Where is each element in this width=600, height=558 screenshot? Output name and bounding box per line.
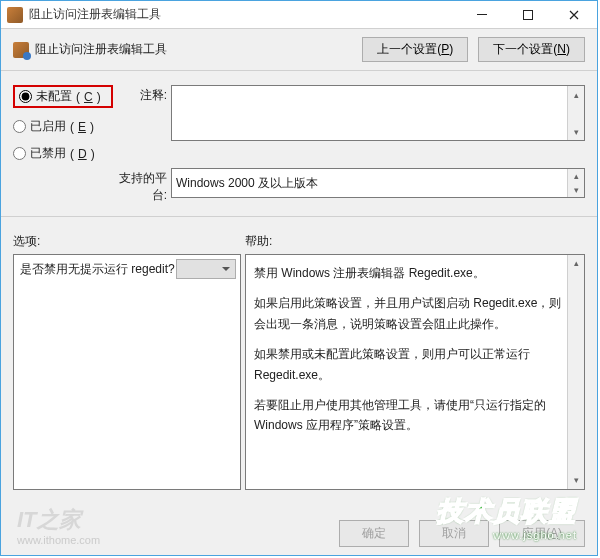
minimize-button[interactable] [459,1,505,28]
scroll-down-icon[interactable]: ▾ [568,183,584,197]
comment-label: 注释: [117,85,167,104]
divider [1,70,597,71]
radio-nc-label: 未配置 [36,88,72,105]
config-grid: 未配置(C) 已启用(E) 已禁用(D) 注释: ▴ ▾ 支持的平台: Wind… [1,79,597,210]
next-key: N [557,42,566,56]
options-pane: 是否禁用无提示运行 regedit? [13,254,241,490]
watermark-right-brand: 技术员联盟 [437,496,577,526]
radio-not-configured[interactable]: 未配置(C) [13,85,113,108]
radio-enabled-input[interactable] [13,120,26,133]
watermark-left-url: www.ithome.com [17,534,100,547]
watermark-right-url: www.jsgho.net [437,529,577,541]
help-label: 帮助: [245,233,272,250]
platform-box: Windows 2000 及以上版本 ▴ ▾ [171,168,585,198]
scroll-up-icon[interactable]: ▴ [568,255,584,272]
header-row: 阻止访问注册表编辑工具 上一个设置(P) 下一个设置(N) [1,29,597,70]
window-title: 阻止访问注册表编辑工具 [29,6,459,23]
radio-enabled[interactable]: 已启用(E) [13,118,113,135]
prev-setting-button[interactable]: 上一个设置(P) [362,37,468,62]
scroll-down-icon[interactable]: ▾ [568,123,584,140]
policy-icon [13,42,29,58]
prev-label: 上一个设置 [377,42,437,56]
policy-editor-window: 阻止访问注册表编辑工具 阻止访问注册表编辑工具 上一个设置(P) 下一个设置(N… [0,0,598,556]
help-text: 若要阻止用户使用其他管理工具，请使用“只运行指定的 Windows 应用程序”策… [254,395,562,436]
nav-buttons: 上一个设置(P) 下一个设置(N) [362,37,585,62]
chevron-down-icon [221,264,231,274]
radio-dis-label: 已禁用 [30,145,66,162]
radio-en-key: E [78,120,86,134]
scroll-up-icon[interactable]: ▴ [568,86,584,103]
watermark-right: 技术员联盟 www.jsgho.net [437,494,577,541]
divider [1,216,597,217]
help-text: 如果启用此策略设置，并且用户试图启动 Regedit.exe，则会出现一条消息，… [254,293,562,334]
panes: 是否禁用无提示运行 regedit? 禁用 Windows 注册表编辑器 Reg… [1,254,597,490]
platform-label: 支持的平台: [117,168,167,204]
comment-scrollbar[interactable]: ▴ ▾ [567,86,584,140]
window-controls [459,1,597,28]
help-text: 禁用 Windows 注册表编辑器 Regedit.exe。 [254,263,562,283]
maximize-button[interactable] [505,1,551,28]
option-dropdown[interactable] [176,259,236,279]
prev-key: P [441,42,449,56]
options-label: 选项: [13,233,245,250]
close-button[interactable] [551,1,597,28]
scroll-up-icon[interactable]: ▴ [568,169,584,183]
radio-en-label: 已启用 [30,118,66,135]
next-setting-button[interactable]: 下一个设置(N) [478,37,585,62]
radio-nc-key: C [84,90,93,104]
policy-title: 阻止访问注册表编辑工具 [35,41,362,58]
next-label: 下一个设置 [493,42,553,56]
help-scrollbar[interactable]: ▴ ▾ [567,255,584,489]
svg-rect-0 [477,14,487,15]
platform-text: Windows 2000 及以上版本 [176,175,318,192]
radio-group: 未配置(C) 已启用(E) 已禁用(D) [13,85,113,162]
help-pane: 禁用 Windows 注册表编辑器 Regedit.exe。 如果启用此策略设置… [245,254,585,490]
help-text: 如果禁用或未配置此策略设置，则用户可以正常运行 Regedit.exe。 [254,344,562,385]
svg-rect-1 [524,10,533,19]
radio-disabled-input[interactable] [13,147,26,160]
scroll-down-icon[interactable]: ▾ [568,472,584,489]
watermark-left-brand: IT之家 [17,507,100,533]
radio-not-configured-input[interactable] [19,90,32,103]
pane-labels: 选项: 帮助: [1,225,597,254]
watermark-left: IT之家 www.ithome.com [17,507,100,547]
platform-scrollbar[interactable]: ▴ ▾ [567,169,584,197]
app-icon [7,7,23,23]
titlebar: 阻止访问注册表编辑工具 [1,1,597,29]
comment-textarea[interactable]: ▴ ▾ [171,85,585,141]
radio-disabled[interactable]: 已禁用(D) [13,145,113,162]
ok-button[interactable]: 确定 [339,520,409,547]
radio-dis-key: D [78,147,87,161]
